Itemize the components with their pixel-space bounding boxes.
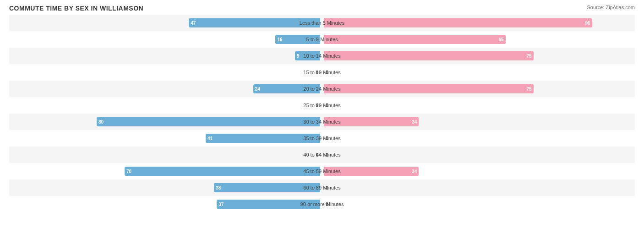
right-section: 75 (322, 48, 635, 64)
male-value: 47 (189, 21, 197, 26)
male-value: 38 (214, 185, 223, 190)
chart-row: 040 to 44 Minutes0 (9, 147, 635, 163)
left-section: 9 (9, 48, 322, 64)
left-section: 41 (9, 130, 322, 147)
female-value: 96 (583, 21, 592, 26)
male-bar: 9 (295, 51, 320, 60)
male-value: 80 (97, 120, 105, 125)
right-section: 0 (322, 97, 635, 114)
male-bar: 70 (125, 167, 320, 176)
female-value: 34 (410, 120, 419, 125)
male-value: 16 (275, 37, 284, 42)
source-label: Source: ZipAtlas.com (587, 5, 635, 10)
female-bar: 75 (324, 84, 534, 93)
left-section: 80 (9, 114, 322, 130)
left-section: 70 (9, 163, 322, 179)
male-value-zero: 0 (316, 70, 318, 75)
right-section: 65 (322, 31, 635, 48)
right-section: 96 (322, 15, 635, 31)
left-section: 37 (9, 196, 322, 212)
chart-row: 4135 to 39 Minutes0 (9, 130, 635, 147)
male-value: 70 (125, 169, 133, 174)
female-value-zero: 0 (326, 70, 328, 75)
left-section: 0 (9, 97, 322, 114)
female-value-zero: 0 (326, 185, 328, 190)
chart-row: 3860 to 89 Minutes0 (9, 179, 635, 196)
left-section: 0 (9, 64, 322, 81)
chart-row: 47Less than 5 Minutes96 (9, 15, 635, 31)
female-bar: 96 (324, 18, 592, 27)
male-value: 41 (206, 136, 214, 141)
female-bar: 75 (324, 51, 534, 60)
male-bar: 37 (217, 200, 320, 209)
chart-row: 7045 to 59 Minutes34 (9, 163, 635, 179)
male-bar: 16 (275, 35, 320, 44)
chart-row: 910 to 14 Minutes75 (9, 48, 635, 64)
chart-container: COMMUTE TIME BY SEX IN WILLIAMSON Source… (0, 0, 644, 239)
female-value-zero: 0 (326, 136, 328, 141)
right-section: 0 (322, 130, 635, 147)
right-section: 0 (322, 179, 635, 196)
female-value: 75 (524, 54, 533, 59)
left-section: 0 (9, 147, 322, 163)
right-section: 0 (322, 64, 635, 81)
female-value-zero: 0 (326, 103, 328, 108)
chart-row: 025 to 29 Minutes0 (9, 97, 635, 114)
female-value: 75 (524, 87, 533, 92)
chart-row: 165 to 9 Minutes65 (9, 31, 635, 48)
female-value: 34 (410, 169, 419, 174)
left-section: 47 (9, 15, 322, 31)
right-section: 0 (322, 147, 635, 163)
right-section: 34 (322, 114, 635, 130)
female-bar: 34 (324, 167, 419, 176)
right-section: 34 (322, 163, 635, 179)
female-value-zero: 0 (326, 202, 328, 207)
female-value: 65 (497, 37, 505, 42)
female-bar: 65 (324, 35, 506, 44)
male-bar: 80 (97, 117, 320, 126)
left-section: 16 (9, 31, 322, 48)
male-value: 9 (295, 54, 301, 59)
chart-area: 47Less than 5 Minutes96165 to 9 Minutes6… (9, 15, 635, 203)
chart-row: 8030 to 34 Minutes34 (9, 114, 635, 130)
chart-row: 2420 to 24 Minutes75 (9, 81, 635, 97)
chart-row: 015 to 19 Minutes0 (9, 64, 635, 81)
female-bar: 34 (324, 117, 419, 126)
right-section: 0 (322, 196, 635, 212)
male-value: 37 (217, 202, 225, 207)
chart-title: COMMUTE TIME BY SEX IN WILLIAMSON (9, 5, 635, 12)
male-bar: 47 (189, 18, 320, 27)
male-bar: 24 (253, 84, 320, 93)
male-value-zero: 0 (316, 152, 318, 158)
left-section: 24 (9, 81, 322, 97)
male-bar: 41 (206, 134, 320, 143)
female-value-zero: 0 (326, 152, 328, 158)
right-section: 75 (322, 81, 635, 97)
left-section: 38 (9, 179, 322, 196)
chart-row: 3790 or more Minutes0 (9, 196, 635, 212)
male-value-zero: 0 (316, 103, 318, 108)
male-value: 24 (253, 87, 262, 92)
male-bar: 38 (214, 183, 320, 192)
